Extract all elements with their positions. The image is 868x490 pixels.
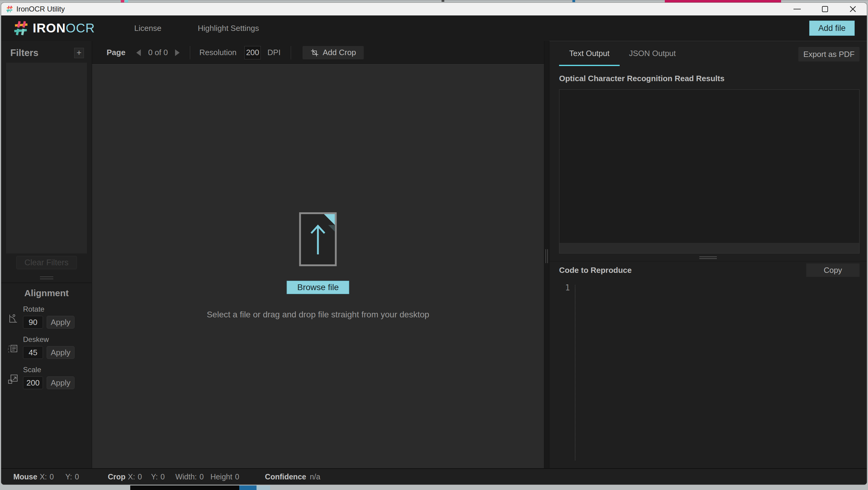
confidence-label: Confidence: [265, 472, 306, 481]
code-editor[interactable]: 1: [559, 279, 860, 468]
filters-sidebar: Filters + Clear Filters Alignment Rotate: [1, 41, 92, 468]
output-tabs: Text Output JSON Output Export as PDF: [559, 45, 860, 63]
app-window: IronOCR Utility IRONOCR Licens: [1, 2, 867, 485]
taskbar-fragment-blue: [239, 486, 256, 490]
code-to-reproduce-title: Code to Reproduce: [559, 266, 632, 275]
results-scrollbar-track[interactable]: [559, 243, 859, 253]
ocr-results-title: Optical Character Recognition Read Resul…: [559, 74, 860, 83]
nav-highlight-settings[interactable]: Highlight Settings: [198, 24, 259, 33]
viewer-toolbar: Page 0 of 0 Resolution DPI Add Crop: [92, 41, 544, 64]
minimize-button[interactable]: [783, 3, 811, 16]
nav-license[interactable]: License: [134, 24, 161, 33]
close-icon: [849, 6, 856, 12]
mouse-y-label: Y:: [65, 472, 72, 481]
scale-icon: [7, 366, 23, 389]
confidence-value: n/a: [310, 472, 320, 481]
add-crop-button[interactable]: Add Crop: [303, 46, 364, 59]
scale-label: Scale: [23, 366, 74, 374]
line-number: 1: [565, 283, 570, 292]
deskew-row: Deskew Apply: [1, 329, 92, 359]
maximize-button[interactable]: [811, 3, 839, 16]
export-as-pdf-button[interactable]: Export as PDF: [798, 47, 860, 61]
crop-x-value: 0: [138, 472, 142, 481]
ironocr-wordmark: IRONOCR: [33, 21, 95, 35]
mouse-y-value: 0: [75, 472, 79, 481]
deskew-label: Deskew: [23, 335, 74, 344]
deskew-icon: [7, 335, 23, 359]
upload-arrow-icon: [308, 222, 328, 256]
splitter-grip-icon: [699, 256, 717, 260]
titlebar: IronOCR Utility: [1, 3, 867, 16]
statusbar: Mouse X:0 Y:0 Crop X:0 Y:0 Width:0 Heigh…: [1, 468, 867, 485]
scale-input[interactable]: [23, 376, 43, 389]
mouse-x-value: 0: [50, 472, 54, 481]
crop-label: Crop: [108, 472, 125, 481]
background-window-fragment-teal: [125, 0, 128, 2]
taskbar-fragment-black: [130, 486, 239, 490]
next-page-icon[interactable]: [175, 49, 180, 56]
background-window-fragment-blue: [572, 0, 575, 2]
ironocr-logo-icon: [13, 20, 29, 36]
scale-apply-button[interactable]: Apply: [46, 376, 74, 389]
filters-list-panel: [6, 63, 87, 253]
panel-splitter-horizontal[interactable]: [549, 255, 867, 262]
sidebar-splitter-handle[interactable]: [40, 276, 53, 281]
app-header: IRONOCR License Highlight Settings Add f…: [1, 16, 867, 41]
taskbar-fragment-lightblue: [256, 486, 270, 490]
crop-height-label: Height: [211, 472, 232, 481]
crop-height-value: 0: [235, 472, 239, 481]
resolution-label: Resolution: [199, 48, 237, 57]
page-label: Page: [106, 48, 125, 57]
clear-filters-button[interactable]: Clear Filters: [17, 256, 77, 269]
deskew-input[interactable]: [23, 346, 43, 359]
add-filter-button[interactable]: +: [74, 48, 84, 58]
crop-x-label: X:: [128, 472, 135, 481]
previous-page-icon[interactable]: [136, 49, 141, 56]
upload-hint-text: Select a file or drag and drop file stra…: [207, 310, 430, 319]
rotate-apply-button[interactable]: Apply: [46, 316, 74, 329]
deskew-apply-button[interactable]: Apply: [46, 346, 74, 359]
copy-button[interactable]: Copy: [806, 264, 860, 277]
alignment-title: Alignment: [1, 288, 92, 298]
tab-json-output[interactable]: JSON Output: [622, 49, 683, 60]
rotate-input[interactable]: [23, 316, 43, 329]
ocr-results-box: [559, 89, 860, 253]
panel-splitter-vertical[interactable]: [544, 41, 549, 468]
app-logo-icon: [6, 5, 13, 13]
rotate-icon: [7, 305, 23, 329]
indent-guide: [575, 285, 576, 460]
close-button[interactable]: [839, 3, 867, 16]
sidebar-divider: [1, 282, 92, 283]
wordmark-iron: IRON: [33, 21, 66, 35]
resolution-input[interactable]: [244, 46, 261, 59]
maximize-icon: [822, 6, 828, 12]
crop-icon: [311, 49, 319, 57]
crop-width-value: 0: [199, 472, 204, 481]
browse-file-button[interactable]: Browse file: [287, 281, 349, 294]
toolbar-divider: [291, 46, 291, 59]
dpi-label: DPI: [268, 48, 280, 57]
page-indicator: 0 of 0: [148, 48, 168, 57]
document-viewer: Page 0 of 0 Resolution DPI Add Crop: [92, 41, 544, 468]
crop-y-label: Y:: [151, 472, 158, 481]
window-title: IronOCR Utility: [17, 5, 65, 13]
tab-text-output[interactable]: Text Output: [559, 49, 620, 60]
rotate-label: Rotate: [23, 305, 74, 313]
mouse-x-label: X:: [40, 472, 47, 481]
crop-width-label: Width:: [175, 472, 197, 481]
document-canvas: Browse file Select a file or drag and dr…: [92, 64, 544, 468]
background-window-fragment-pink: [121, 0, 124, 2]
output-panel: Text Output JSON Output Export as PDF Op…: [549, 41, 867, 468]
crop-y-value: 0: [160, 472, 165, 481]
header-nav: License Highlight Settings: [134, 24, 259, 33]
mouse-label: Mouse: [13, 472, 37, 481]
upload-document-icon: [299, 212, 337, 266]
upload-dropzone[interactable]: Browse file Select a file or drag and dr…: [207, 64, 430, 319]
background-window-fragment-dark: [441, 0, 444, 2]
splitter-grip-icon: [546, 249, 548, 263]
add-crop-label: Add Crop: [323, 48, 356, 57]
add-file-button[interactable]: Add file: [809, 21, 855, 36]
filters-title: Filters: [10, 48, 38, 58]
minimize-icon: [794, 9, 801, 9]
background-window-fragment-crimson: [665, 0, 781, 2]
